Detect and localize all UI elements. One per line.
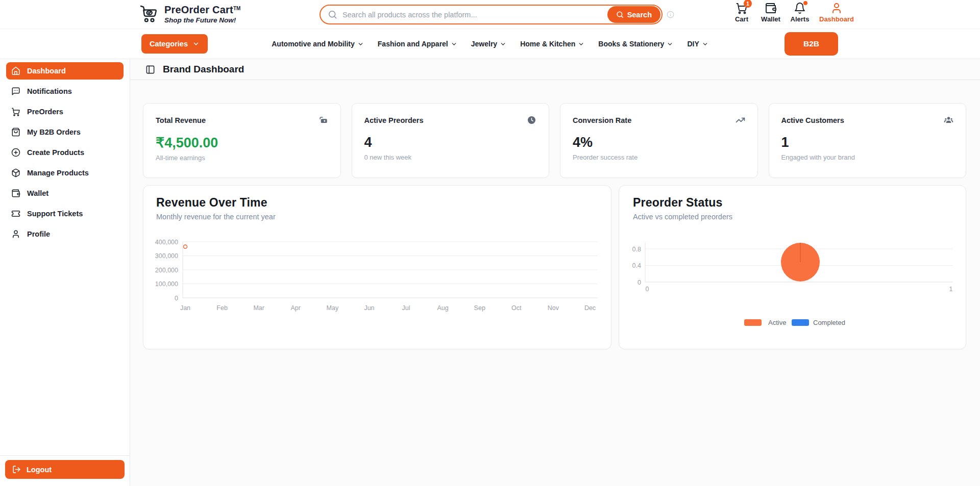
svg-text:Oct: Oct xyxy=(511,304,522,312)
svg-text:Feb: Feb xyxy=(216,304,228,312)
stats-grid: Total Revenue₹4,500.00All-time earningsA… xyxy=(143,103,966,178)
header-action-label: Alerts xyxy=(791,15,810,23)
svg-text:0: 0 xyxy=(175,295,178,302)
info-icon[interactable] xyxy=(667,11,674,18)
stat-card-header: Total Revenue xyxy=(156,115,328,125)
cart-logo-icon xyxy=(138,4,159,24)
stat-title: Active Preorders xyxy=(364,116,424,124)
nav-link-label: Jewelry xyxy=(471,40,497,48)
sidebar-item-label: Create Products xyxy=(27,148,84,157)
nav-home-kitchen[interactable]: Home & Kitchen xyxy=(520,40,584,48)
panel-toggle-icon[interactable] xyxy=(145,65,155,74)
sidebar-item-notifications[interactable]: Notifications xyxy=(6,83,124,100)
search-button-icon xyxy=(616,11,624,18)
nav-books-stationery[interactable]: Books & Stationery xyxy=(598,40,673,48)
search-bar: Search xyxy=(320,5,663,24)
preorder-chart-subtitle: Active vs completed preorders xyxy=(633,213,966,221)
svg-text:1: 1 xyxy=(949,286,953,293)
svg-text:Sep: Sep xyxy=(474,304,485,312)
nav-diy[interactable]: DIY xyxy=(687,40,708,48)
svg-text:0.4: 0.4 xyxy=(632,262,641,269)
svg-text:200,000: 200,000 xyxy=(155,267,178,274)
sidebar-item-label: Profile xyxy=(27,230,50,238)
cart-icon xyxy=(11,107,20,116)
dashboard-content: Total Revenue₹4,500.00All-time earningsA… xyxy=(130,103,980,349)
sidebar: DashboardNotificationsPreOrdersMy B2B Or… xyxy=(0,59,130,486)
clock-icon xyxy=(527,115,536,125)
sidebar-item-label: My B2B Orders xyxy=(27,128,81,136)
sidebar-item-label: Wallet xyxy=(27,189,48,197)
nav-link-label: Automotive and Mobility xyxy=(272,40,355,48)
stat-card-total-revenue: Total Revenue₹4,500.00All-time earnings xyxy=(143,103,341,178)
header-actions: 1CartWalletAlertsDashboard xyxy=(732,2,854,23)
svg-text:400,000: 400,000 xyxy=(155,239,178,246)
sidebar-item-my-b2b-orders[interactable]: My B2B Orders xyxy=(6,123,124,141)
page-title: Brand Dashboard xyxy=(163,64,244,75)
search-input[interactable] xyxy=(337,11,607,19)
sidebar-item-label: Dashboard xyxy=(27,67,66,75)
svg-text:0: 0 xyxy=(646,286,649,293)
logout-button[interactable]: Logout xyxy=(5,460,125,479)
b2b-button[interactable]: B2B xyxy=(785,32,838,56)
header-action-wallet[interactable]: Wallet xyxy=(761,2,780,23)
cart-badge: 1 xyxy=(744,0,752,8)
stat-title: Conversion Rate xyxy=(573,116,631,124)
stat-value: 1 xyxy=(781,135,954,150)
sidebar-item-profile[interactable]: Profile xyxy=(6,225,124,243)
sidebar-item-manage-products[interactable]: Manage Products xyxy=(6,164,124,182)
sidebar-item-label: PreOrders xyxy=(27,108,63,116)
sidebar-item-preorders[interactable]: PreOrders xyxy=(6,103,124,120)
alert-dot xyxy=(803,1,807,5)
sidebar-item-create-products[interactable]: Create Products xyxy=(6,144,124,161)
users-icon xyxy=(944,115,953,125)
nav-automotive-and-mobility[interactable]: Automotive and Mobility xyxy=(272,40,364,48)
header-action-cart[interactable]: 1Cart xyxy=(732,2,751,23)
svg-text:Nov: Nov xyxy=(548,304,559,312)
top-header: PreOrder CartTM Shop the Future Now! Sea… xyxy=(0,0,980,29)
sidebar-item-wallet[interactable]: Wallet xyxy=(6,185,124,202)
nav-jewelry[interactable]: Jewelry xyxy=(471,40,506,48)
search-button[interactable]: Search xyxy=(607,6,660,23)
header-action-label: Cart xyxy=(735,15,748,23)
sidebar-item-dashboard[interactable]: Dashboard xyxy=(6,62,124,80)
header-action-label: Dashboard xyxy=(819,15,854,23)
chevron-down-icon xyxy=(451,41,457,47)
svg-text:Jul: Jul xyxy=(402,304,410,312)
category-nav: Categories Automotive and MobilityFashio… xyxy=(0,29,980,59)
stat-card-header: Conversion Rate xyxy=(573,115,745,125)
preorder-chart-card: Preorder Status Active vs completed preo… xyxy=(619,185,966,349)
nav-link-label: DIY xyxy=(687,40,699,48)
cart-icon: 1 xyxy=(736,2,748,14)
categories-button[interactable]: Categories xyxy=(141,34,208,54)
stat-card-active-customers: Active Customers1Engaged with your brand xyxy=(769,103,967,178)
header-action-alerts[interactable]: Alerts xyxy=(790,2,810,23)
message-icon xyxy=(11,87,20,96)
svg-text:Aug: Aug xyxy=(437,304,449,312)
chevron-down-icon xyxy=(667,41,673,47)
page-header: Brand Dashboard xyxy=(130,59,980,80)
charts-row: Revenue Over Time Monthly revenue for th… xyxy=(143,185,966,349)
stat-value: 4 xyxy=(364,135,537,150)
nav-link-label: Home & Kitchen xyxy=(520,40,575,48)
user-icon xyxy=(830,2,843,14)
sidebar-item-support-tickets[interactable]: Support Tickets xyxy=(6,205,124,222)
svg-text:0: 0 xyxy=(638,279,641,286)
brand-tagline: Shop the Future Now! xyxy=(164,16,240,24)
stat-title: Total Revenue xyxy=(156,116,206,124)
bell-icon xyxy=(794,2,806,14)
search-icon xyxy=(328,10,337,19)
chevron-down-icon xyxy=(357,41,364,47)
brand-logo[interactable]: PreOrder CartTM Shop the Future Now! xyxy=(138,4,240,24)
brand-tm: TM xyxy=(233,5,240,11)
nav-fashion-and-apparel[interactable]: Fashion and Apparel xyxy=(378,40,457,48)
stat-subtitle: 0 new this week xyxy=(364,154,537,161)
plus-circle-icon xyxy=(11,148,20,157)
sidebar-item-label: Notifications xyxy=(27,87,72,95)
nav-link-label: Fashion and Apparel xyxy=(378,40,448,48)
trending-up-icon xyxy=(736,115,745,125)
header-action-dashboard[interactable]: Dashboard xyxy=(819,2,854,23)
ticket-icon xyxy=(11,209,20,218)
main-content: Brand Dashboard Total Revenue₹4,500.00Al… xyxy=(130,59,980,486)
chevron-down-icon xyxy=(578,41,584,47)
wallet-icon xyxy=(765,2,777,14)
